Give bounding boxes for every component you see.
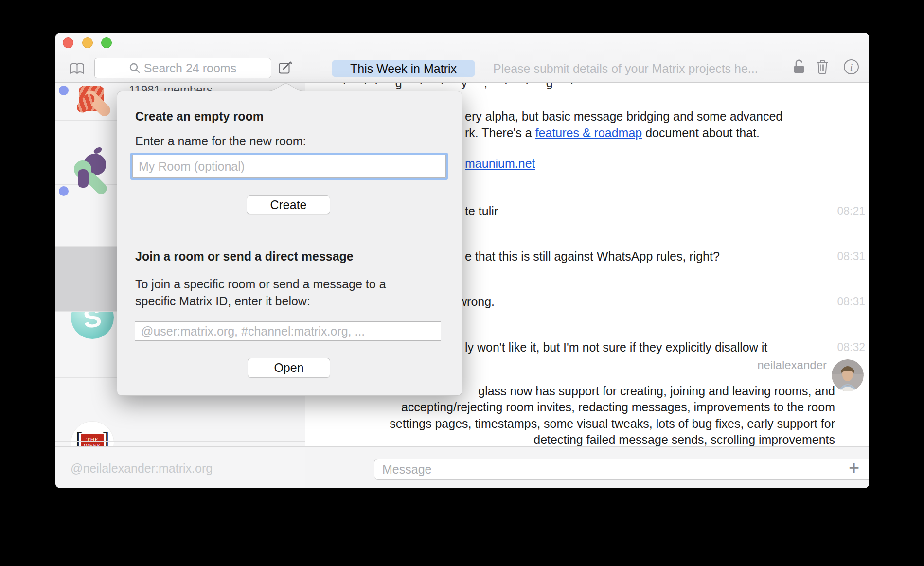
features-roadmap-link[interactable]: features & roadmap: [535, 126, 642, 140]
room-info-icon[interactable]: i: [843, 59, 859, 77]
search-icon: [129, 63, 140, 73]
open-button[interactable]: Open: [248, 358, 330, 378]
timestamp: 08:31: [837, 295, 865, 308]
join-room-title: Join a room or send a direct message: [135, 249, 354, 264]
matrix-id-input[interactable]: [135, 321, 441, 341]
encryption-unlocked-icon[interactable]: [793, 58, 806, 76]
room-search-field[interactable]: Search 24 rooms: [94, 58, 271, 78]
message-text: rk. There's a features & roadmap documen…: [465, 126, 760, 140]
message-text: e that this is still against WhatsApp ru…: [465, 249, 720, 264]
room-avatar-k-striped: [79, 86, 113, 120]
own-message-line: settings pages, timestamps, some visual …: [390, 417, 835, 431]
create-button[interactable]: Create: [247, 195, 330, 214]
trash-icon[interactable]: [816, 59, 829, 76]
search-placeholder: Search 24 rooms: [144, 61, 236, 75]
timestamp: 08:31: [837, 250, 865, 263]
create-room-title: Create an empty room: [135, 109, 264, 124]
room-topic-text[interactable]: Please submit details of your Matrix pro…: [493, 62, 765, 76]
status-bar: @neilalexander:matrix.org: [55, 446, 305, 488]
message-text: ery alpha, but basic message bridging an…: [465, 109, 782, 124]
room-title-chip[interactable]: This Week in Matrix: [332, 60, 475, 77]
own-message-line: detecting failed message sends, scrollin…: [533, 433, 835, 447]
room-name-input[interactable]: [132, 155, 446, 178]
composer-bar: +: [305, 446, 869, 488]
create-room-label: Enter a name for the new room:: [135, 134, 306, 148]
divider: [55, 441, 305, 442]
create-join-room-popover: Create an empty room Enter a name for th…: [117, 91, 462, 396]
minimize-window-button[interactable]: [82, 37, 93, 48]
timestamp: 08:21: [837, 205, 865, 218]
popover-arrow: [266, 83, 306, 91]
maunium-link[interactable]: maunium.net: [465, 157, 535, 170]
close-window-button[interactable]: [63, 37, 73, 48]
user-id: @neilalexander:matrix.org: [71, 461, 213, 476]
popover-divider: [117, 233, 462, 233]
compose-new-room-icon[interactable]: [279, 60, 292, 76]
user-avatar-photo: [832, 359, 864, 391]
bookmarks-book-icon[interactable]: [70, 62, 85, 77]
join-room-label-line2: specific Matrix ID, enter it below:: [135, 294, 310, 308]
svg-text:i: i: [850, 62, 853, 72]
message-text: ly won't like it, but I'm not sure if th…: [465, 340, 767, 354]
message-input[interactable]: [374, 459, 869, 480]
message-text: te tulir: [465, 204, 498, 218]
window-titlebar: Search 24 rooms This Week in Matrix Plea…: [55, 33, 869, 83]
message-text: maunium.net: [465, 157, 535, 171]
timestamp: 08:32: [837, 341, 865, 354]
join-room-label-line1: To join a specific room or send a messag…: [135, 277, 386, 291]
zoom-window-button[interactable]: [101, 37, 112, 48]
app-window: 11981 members S [ ] THE WEEK: [55, 33, 869, 488]
own-message-line: accepting/rejecting room invites, redact…: [401, 400, 835, 414]
attach-plus-button[interactable]: +: [843, 454, 865, 482]
sender-name: neilalexander: [757, 358, 827, 372]
avatar-face-graphic: [832, 359, 864, 391]
message-text: wrong.: [458, 295, 495, 309]
unread-dot: [59, 86, 69, 95]
room-avatar-apple-k: [71, 148, 114, 191]
own-message-line: glass now has support for creating, join…: [478, 384, 835, 398]
